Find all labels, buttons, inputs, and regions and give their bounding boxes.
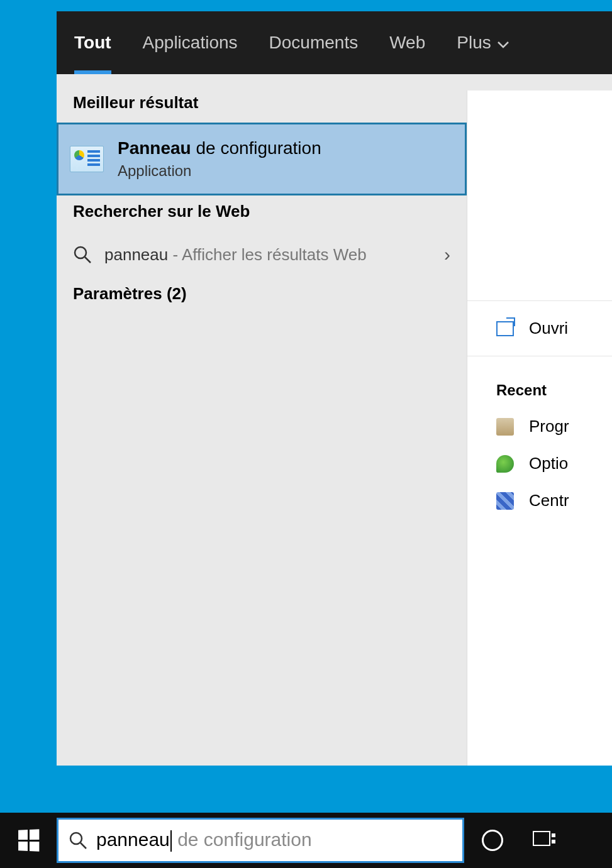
- recent-label-2: Centr: [529, 491, 569, 510]
- best-result-text: Panneau de configuration Application: [118, 138, 321, 180]
- search-typed: panneau: [96, 829, 170, 850]
- tab-more[interactable]: Plus: [457, 11, 508, 74]
- task-view-icon: [533, 831, 555, 850]
- tab-web[interactable]: Web: [389, 11, 425, 74]
- results-column: Meilleur résultat Panneau de configurati…: [57, 74, 467, 766]
- search-icon: [73, 245, 92, 264]
- best-result-heading: Meilleur résultat: [57, 87, 467, 123]
- open-label: Ouvri: [529, 319, 568, 338]
- recent-item-center[interactable]: Centr: [467, 482, 612, 519]
- open-icon: [496, 321, 514, 336]
- web-search-heading: Rechercher sur le Web: [57, 195, 467, 231]
- cortana-icon: [482, 830, 503, 851]
- best-result-item[interactable]: Panneau de configuration Application: [57, 123, 467, 195]
- chevron-right-icon: ›: [444, 244, 450, 265]
- cortana-button[interactable]: [476, 813, 509, 868]
- control-panel-icon: [70, 146, 104, 172]
- search-icon: [69, 831, 87, 850]
- tab-documents[interactable]: Documents: [269, 11, 359, 74]
- windows-logo-icon: [18, 829, 39, 852]
- best-result-subtitle: Application: [118, 162, 321, 180]
- taskbar: panneau de configuration: [0, 813, 612, 868]
- tab-applications[interactable]: Applications: [143, 11, 238, 74]
- detail-column: Ouvri Recent Progr Optio Centr: [467, 91, 612, 766]
- open-action[interactable]: Ouvri: [467, 301, 612, 356]
- web-search-text: panneau - Afficher les résultats Web: [104, 245, 431, 265]
- programs-icon: [496, 418, 514, 436]
- svg-line-3: [81, 843, 86, 849]
- search-input-text: panneau de configuration: [96, 829, 312, 852]
- svg-line-1: [85, 257, 91, 263]
- web-search-query: panneau: [104, 245, 168, 264]
- search-hint: de configuration: [172, 829, 312, 850]
- recent-item-programs[interactable]: Progr: [467, 408, 612, 445]
- svg-point-0: [75, 247, 86, 258]
- recent-heading: Recent: [467, 356, 612, 408]
- tab-more-label: Plus: [457, 33, 491, 53]
- recent-item-options[interactable]: Optio: [467, 445, 612, 482]
- chevron-down-icon: [498, 33, 509, 53]
- taskbar-search-box[interactable]: panneau de configuration: [57, 818, 464, 863]
- settings-heading[interactable]: Paramètres (2): [57, 278, 467, 314]
- svg-point-2: [70, 833, 82, 844]
- taskbar-icons: [476, 813, 561, 868]
- text-caret: [170, 830, 172, 852]
- center-icon: [496, 492, 514, 510]
- web-search-item[interactable]: panneau - Afficher les résultats Web ›: [57, 231, 467, 278]
- start-search-panel: Tout Applications Documents Web Plus Mei…: [57, 11, 612, 766]
- recent-label-0: Progr: [529, 417, 569, 436]
- best-result-title-bold: Panneau: [118, 138, 191, 158]
- search-content: Meilleur résultat Panneau de configurati…: [57, 74, 612, 766]
- recent-label-1: Optio: [529, 454, 568, 473]
- search-tabs: Tout Applications Documents Web Plus: [57, 11, 612, 74]
- best-result-title: Panneau de configuration: [118, 138, 321, 158]
- best-result-title-rest: de configuration: [191, 138, 321, 158]
- web-search-suffix: - Afficher les résultats Web: [168, 245, 367, 264]
- tab-all[interactable]: Tout: [74, 11, 111, 74]
- task-view-button[interactable]: [527, 813, 561, 868]
- detail-preview-area: [467, 91, 612, 301]
- start-button[interactable]: [0, 813, 57, 868]
- options-icon: [496, 455, 514, 473]
